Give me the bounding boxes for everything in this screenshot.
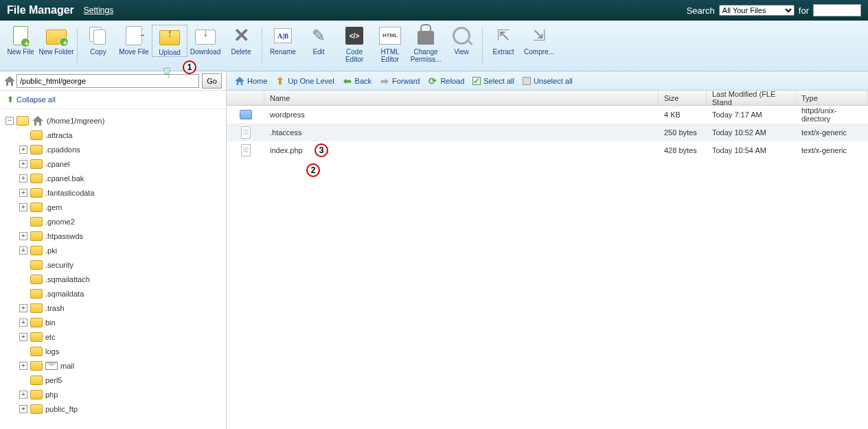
new-folder-button[interactable]: New Folder [38, 25, 74, 56]
search-scope-select[interactable]: All Your Files [719, 5, 795, 16]
collapse-all-button[interactable]: ⬆Collapse all [0, 91, 226, 109]
tree-item[interactable]: +.trash [3, 301, 223, 315]
upload-button[interactable]: Upload [152, 25, 187, 57]
tree-item[interactable]: +.htpasswds [3, 229, 223, 243]
table-row[interactable]: index.php428 bytesToday 10:54 AMtext/x-g… [227, 141, 868, 159]
move-file-button[interactable]: Move File [116, 25, 152, 56]
folder-icon [30, 375, 43, 385]
col-type[interactable]: Type [796, 91, 868, 105]
cell-name: wordpress [264, 111, 659, 119]
select-all-button[interactable]: ✓Select all [470, 76, 517, 86]
go-button[interactable]: Go [202, 73, 222, 89]
table-row[interactable]: wordpress4 KBToday 7:17 AMhttpd/unix-dir… [227, 106, 868, 124]
up-one-level-button[interactable]: ⬆Up One Level [273, 75, 336, 87]
tree-item[interactable]: +.cpanel [3, 156, 223, 171]
home-button[interactable]: Home [232, 75, 270, 87]
toolbar-separator [482, 27, 483, 63]
tree-item[interactable]: +.fantasticodata [3, 185, 223, 200]
expand-toggle[interactable]: + [19, 189, 27, 197]
expand-toggle [19, 347, 27, 356]
delete-button[interactable]: ✕Delete [223, 25, 259, 56]
tree-item[interactable]: +.pki [3, 243, 223, 257]
folder-open-icon [16, 116, 29, 126]
table-row[interactable]: .htaccess250 bytesToday 10:52 AMtext/x-g… [227, 124, 868, 141]
back-button[interactable]: ⬅Back [340, 75, 374, 87]
folder-icon [30, 361, 43, 371]
copy-button[interactable]: Copy [80, 25, 116, 56]
folder-tree: − (/home1/mgreen) .attracta+.cpaddons+.c… [0, 109, 226, 429]
expand-toggle[interactable]: + [19, 174, 27, 183]
html-editor-button[interactable]: HTMLHTML Editor [372, 25, 408, 63]
tree-item-label: .attracta [45, 131, 73, 139]
tree-item[interactable]: +php [3, 387, 223, 402]
tree-item[interactable]: .gnome2 [3, 214, 223, 229]
for-label: for [799, 5, 809, 16]
tree-item[interactable]: +bin [3, 315, 223, 329]
expand-toggle[interactable]: + [19, 333, 27, 341]
col-size[interactable]: Size [659, 91, 707, 105]
home-icon [4, 76, 15, 86]
rename-icon: A|B [274, 28, 292, 43]
tree-root[interactable]: − (/home1/mgreen) [3, 113, 223, 128]
tree-item[interactable]: +.cpanel.bak [3, 171, 223, 185]
expand-toggle[interactable]: + [19, 304, 27, 312]
search-input[interactable] [813, 4, 861, 16]
compress-button[interactable]: ⇲Compre... [521, 25, 557, 56]
code-editor-icon: </> [345, 27, 363, 45]
folder-icon [30, 275, 43, 284]
code-editor-button[interactable]: </>Code Editor [336, 25, 372, 63]
tree-item[interactable]: .sqmaildata [3, 286, 223, 301]
tree-item-label: .fantasticodata [45, 189, 95, 197]
folder-icon [30, 390, 43, 399]
col-icon[interactable] [227, 91, 264, 105]
tree-item[interactable]: +.cpaddons [3, 142, 223, 156]
expand-toggle[interactable]: − [5, 117, 14, 125]
tree-item[interactable]: +etc [3, 329, 223, 344]
search-label: Search [687, 5, 715, 16]
expand-toggle[interactable]: + [19, 146, 27, 154]
expand-toggle[interactable]: + [19, 160, 27, 168]
folder-icon [30, 332, 43, 342]
folder-icon [30, 289, 43, 299]
reload-button[interactable]: ⟳Reload [425, 75, 467, 87]
view-button[interactable]: View [444, 25, 479, 56]
path-input[interactable] [16, 74, 199, 88]
tree-item[interactable]: logs [3, 344, 223, 358]
download-button[interactable]: Download [187, 25, 223, 56]
tree-item-label: .gnome2 [45, 218, 75, 226]
expand-toggle[interactable]: + [19, 391, 27, 399]
tree-item[interactable]: perl5 [3, 373, 223, 387]
settings-link[interactable]: Settings [84, 5, 113, 15]
unselect-all-button[interactable]: Unselect all [520, 76, 575, 86]
svg-marker-1 [32, 116, 43, 126]
tree-item[interactable]: +.gem [3, 200, 223, 214]
file-icon [241, 126, 251, 139]
expand-toggle[interactable]: + [19, 203, 27, 211]
checkbox-checked-icon: ✓ [472, 77, 481, 85]
change-permissions-button[interactable]: Change Permiss... [408, 25, 444, 63]
tree-item-label: .trash [45, 304, 65, 312]
edit-button[interactable]: ✎Edit [301, 25, 336, 56]
file-table-body: wordpress4 KBToday 7:17 AMhttpd/unix-dir… [227, 106, 868, 429]
back-arrow-icon: ⬅ [343, 76, 352, 86]
tree-item[interactable]: .attracta [3, 128, 223, 142]
rename-button[interactable]: A|BRename [265, 25, 301, 56]
tree-item[interactable]: +mail [3, 358, 223, 373]
col-modified[interactable]: Last Modified (FLE Stand [707, 91, 796, 105]
path-bar: Go [0, 71, 226, 91]
tree-item[interactable]: .security [3, 257, 223, 272]
expand-toggle[interactable]: + [19, 246, 27, 255]
cell-name: .htaccess [264, 128, 659, 137]
expand-toggle[interactable]: + [19, 232, 27, 240]
extract-button[interactable]: ⇱Extract [486, 25, 521, 56]
new-file-button[interactable]: New File [3, 25, 38, 56]
tree-item[interactable]: .sqmailattach [3, 272, 223, 286]
expand-toggle[interactable]: + [19, 318, 27, 327]
col-name[interactable]: Name [264, 91, 659, 105]
expand-toggle[interactable]: + [19, 362, 27, 370]
cell-type: text/x-generic [796, 128, 868, 137]
expand-toggle[interactable]: + [19, 405, 27, 413]
forward-button[interactable]: ➡Forward [377, 75, 422, 87]
tree-item[interactable]: +public_ftp [3, 402, 223, 416]
left-panel: Go ⬆Collapse all − (/home1/mgreen) .attr… [0, 71, 227, 429]
